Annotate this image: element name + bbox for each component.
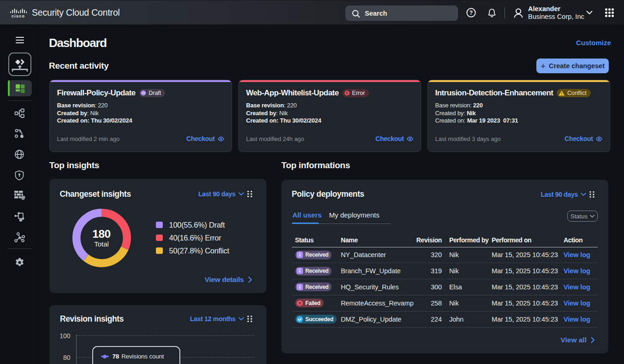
svg-text:?: ? — [469, 10, 473, 16]
svg-text:cisco: cisco — [12, 14, 25, 18]
